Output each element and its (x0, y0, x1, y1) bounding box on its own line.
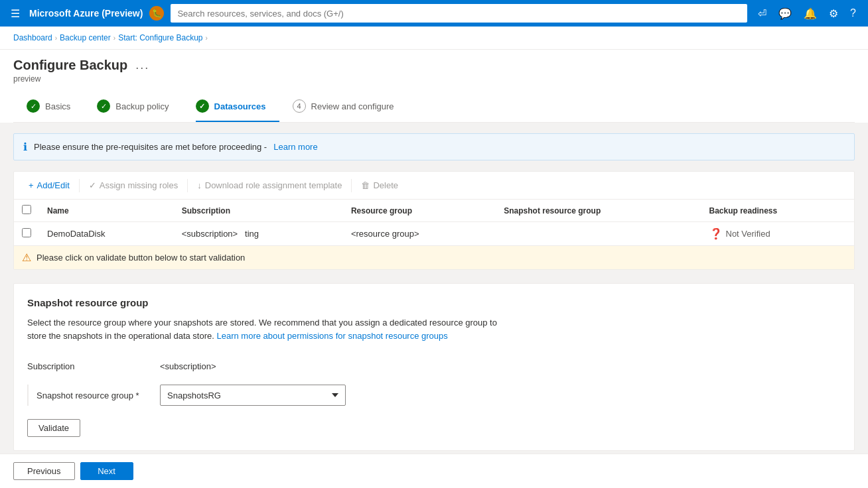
tab-review[interactable]: 4 Review and configure (293, 91, 407, 122)
header-name: Name (39, 200, 174, 222)
trash-icon: 🗑 (361, 180, 370, 190)
help-icon[interactable]: ? (846, 5, 860, 22)
warning-cell: ⚠ Please click on validate button below … (14, 246, 854, 270)
warning-row: ⚠ Please click on validate button below … (14, 246, 854, 270)
download-icon: ↓ (197, 180, 202, 190)
snapshot-section-desc: Select the resource group where your sna… (27, 316, 505, 342)
tab-backup-policy[interactable]: ✓ Backup policy (97, 91, 182, 122)
snapshot-rg-row: Snapshot resource group * SnapshotsRG Ot… (27, 385, 841, 406)
warning-content: ⚠ Please click on validate button below … (22, 251, 846, 264)
hamburger-menu[interactable]: ☰ (8, 5, 23, 23)
delete-label: Delete (373, 180, 398, 190)
breadcrumb-backup-center[interactable]: Backup center (60, 33, 111, 42)
warning-text: Please click on validate button below to… (36, 253, 245, 263)
tab-policy-check-icon: ✓ (97, 99, 110, 113)
not-verified-label: Not Verified (726, 229, 770, 239)
datasources-table: Name Subscription Resource group Snapsho… (14, 200, 854, 269)
header-resource-group: Resource group (343, 200, 496, 222)
row-backup-readiness: ❓ Not Verified (701, 222, 855, 246)
info-banner-text: Please ensure the pre-requisites are met… (34, 142, 267, 152)
breadcrumb-dashboard[interactable]: Dashboard (13, 33, 52, 42)
breadcrumb-sep-1: › (55, 34, 57, 42)
snapshot-section-title: Snapshot resource group (27, 297, 841, 308)
page-menu-btn[interactable]: ... (135, 58, 149, 72)
tab-datasources-label: Datasources (214, 101, 266, 111)
header-checkbox-cell (14, 200, 39, 222)
toolbar-sep-3 (351, 179, 352, 192)
row-checkbox[interactable] (22, 228, 31, 237)
snapshot-learn-more-link[interactable]: Learn more about permissions for snapsho… (216, 331, 447, 341)
not-verified-status: ❓ Not Verified (709, 227, 847, 240)
terminal-icon[interactable]: ⏎ (754, 5, 770, 23)
snapshot-rg-dropdown[interactable]: SnapshotsRG Other-RG (160, 385, 346, 406)
select-all-checkbox[interactable] (22, 205, 31, 214)
header-backup-readiness: Backup readiness (701, 200, 855, 222)
tab-basics-label: Basics (45, 101, 70, 111)
row-name: DemoDataDisk (39, 222, 174, 246)
notifications-icon[interactable]: 🔔 (800, 5, 821, 23)
assign-roles-button[interactable]: ✓ Assign missing roles (82, 177, 185, 194)
topbar: ☰ Microsoft Azure (Preview) 🐛 ⏎ 💬 🔔 ⚙ ? (0, 0, 868, 27)
info-icon: ℹ (23, 141, 27, 153)
feedback-icon[interactable]: 💬 (774, 5, 796, 23)
field-indent-line (27, 385, 29, 406)
tab-basics-check-icon: ✓ (27, 99, 40, 113)
search-input[interactable] (171, 4, 747, 23)
tab-review-number-icon: 4 (293, 99, 306, 113)
app-title: Microsoft Azure (Preview) (29, 8, 143, 19)
breadcrumb-sep-3: › (206, 34, 208, 42)
page-header: Configure Backup ... preview ✓ Basics ✓ … (0, 50, 868, 123)
bug-icon: 🐛 (149, 6, 164, 21)
previous-button[interactable]: Previous (13, 462, 75, 480)
table-toolbar: + Add/Edit ✓ Assign missing roles ↓ Down… (14, 172, 854, 200)
add-edit-label: Add/Edit (37, 180, 70, 190)
download-template-label: Download role assignment template (205, 180, 342, 190)
subscription-value: <subscription> (160, 361, 216, 371)
topbar-icons: ⏎ 💬 🔔 ⚙ ? (754, 5, 860, 23)
info-banner: ℹ Please ensure the pre-requisites are m… (13, 133, 855, 160)
breadcrumb: Dashboard › Backup center › Start: Confi… (0, 27, 868, 50)
header-snapshot-rg: Snapshot resource group (496, 200, 701, 222)
row-snapshot-rg (496, 222, 701, 246)
snapshot-rg-section: Snapshot resource group Select the resou… (13, 283, 855, 451)
breadcrumb-sep-2: › (113, 34, 115, 42)
download-template-button[interactable]: ↓ Download role assignment template (190, 177, 348, 194)
row-subscription: <subscription> ting (174, 222, 343, 246)
checkmark-icon: ✓ (89, 180, 96, 190)
validate-button[interactable]: Validate (27, 419, 80, 437)
header-subscription: Subscription (174, 200, 343, 222)
tab-datasources[interactable]: ✓ Datasources (196, 91, 279, 122)
subscription-row: Subscription <subscription> (27, 355, 841, 377)
datasources-table-card: + Add/Edit ✓ Assign missing roles ↓ Down… (13, 171, 855, 270)
tab-basics[interactable]: ✓ Basics (27, 91, 84, 122)
tab-backup-policy-label: Backup policy (115, 101, 169, 111)
next-button[interactable]: Next (80, 462, 133, 480)
bottom-nav: Previous Next (0, 454, 868, 488)
assign-roles-label: Assign missing roles (100, 180, 179, 190)
delete-button[interactable]: 🗑 Delete (354, 177, 405, 194)
settings-icon[interactable]: ⚙ (825, 5, 842, 23)
warning-triangle-icon: ⚠ (22, 251, 31, 264)
page-title: Configure Backup (13, 58, 127, 73)
toolbar-sep-1 (79, 179, 80, 192)
row-resource-group: <resource group> (343, 222, 496, 246)
question-circle-icon: ❓ (709, 227, 723, 240)
breadcrumb-configure-backup[interactable]: Start: Configure Backup (118, 33, 202, 42)
toolbar-sep-2 (187, 179, 188, 192)
snapshot-rg-label: Snapshot resource group * (36, 391, 139, 400)
learn-more-link[interactable]: Learn more (273, 142, 317, 152)
tab-review-label: Review and configure (311, 101, 394, 111)
tab-datasources-check-icon: ✓ (196, 99, 209, 113)
table-row: DemoDataDisk <subscription> ting <resour… (14, 222, 854, 246)
tabs: ✓ Basics ✓ Backup policy ✓ Datasources 4… (13, 91, 855, 123)
page-subtitle: preview (13, 74, 855, 91)
add-icon: + (29, 180, 34, 190)
row-checkbox-cell (14, 222, 39, 246)
add-edit-button[interactable]: + Add/Edit (22, 177, 76, 194)
main-content: ℹ Please ensure the pre-requisites are m… (0, 123, 868, 488)
subscription-label: Subscription (27, 361, 160, 371)
